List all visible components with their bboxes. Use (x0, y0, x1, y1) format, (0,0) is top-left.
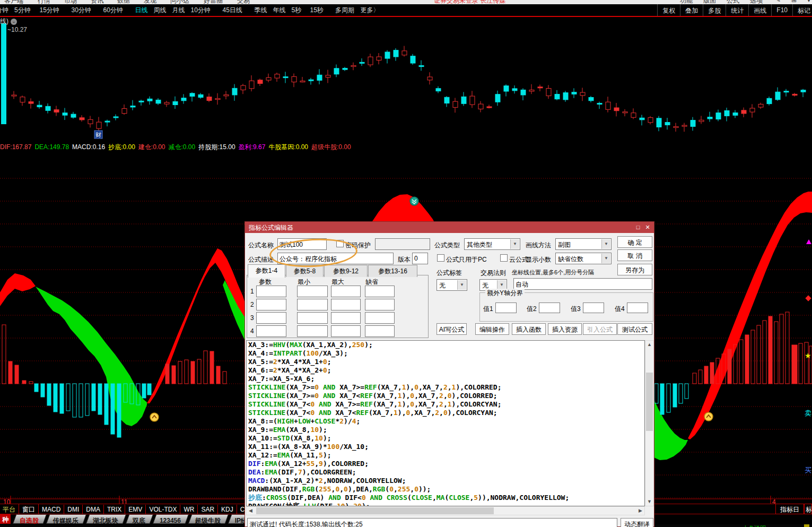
maximize-icon[interactable]: □ (634, 223, 642, 231)
pencil-icon[interactable]: ✎ (775, 0, 781, 4)
formula-code-editor[interactable]: XA_3:=HHV(MAX(XA_1,XA_2),250);XA_4:=INTP… (246, 340, 645, 506)
param-input-r2c4[interactable] (365, 299, 395, 310)
period-分钟[interactable]: 分钟 (0, 6, 8, 15)
group-prefix-badge[interactable]: 种 (0, 514, 11, 524)
param-input-r1c2[interactable] (297, 286, 328, 297)
param-tab-1[interactable]: 参数1-4 (248, 264, 285, 278)
indicator-mark-button[interactable]: 标记 (804, 504, 812, 514)
menu-item[interactable]: 交易 (237, 0, 250, 4)
param-input-r2c1[interactable] (256, 299, 286, 310)
period-5秒[interactable]: 5秒 (292, 6, 302, 15)
menu-item[interactable]: 数据 (117, 0, 130, 4)
tool-button-插入资源[interactable]: 插入资源 (548, 323, 582, 335)
group-tab-双底[interactable]: 双底 (126, 514, 154, 524)
scroll-up-icon[interactable]: ▲ (645, 341, 653, 349)
scroll-down-icon[interactable]: ▼ (645, 498, 653, 506)
tool-button-AI写公式[interactable]: AI写公式 (436, 323, 467, 335)
tool-标记[interactable]: 标记 (792, 4, 812, 16)
param-input-r4c3[interactable] (331, 325, 361, 337)
param-input-r3c1[interactable] (256, 312, 286, 324)
indicator-tab-DMI[interactable]: DMI (64, 505, 83, 514)
menu-item[interactable]: 选项 (750, 0, 763, 4)
period-更多〉[interactable]: 更多〉 (361, 6, 380, 15)
pc-only-checkbox[interactable] (437, 254, 444, 262)
param-input-r1c1[interactable] (256, 286, 286, 297)
indicator-tab-SAR[interactable]: SAR (197, 505, 218, 514)
dialog-titlebar[interactable]: 指标公式编辑器 □ ✕ (245, 222, 654, 233)
indicator-tab-WR[interactable]: WR (180, 505, 198, 514)
param-input-r4c1[interactable] (256, 325, 286, 337)
period-5分钟[interactable]: 5分钟 (14, 6, 31, 15)
vertical-scrollbar[interactable]: ▲ ▼ (645, 340, 654, 506)
indicator-tab-KDJ[interactable]: KDJ (217, 505, 237, 514)
tool-画线[interactable]: 画线 (748, 4, 771, 16)
chevron-down-icon[interactable]: ▼ (510, 239, 519, 249)
param-input-r4c2[interactable] (297, 325, 328, 337)
hscroll-thumb[interactable] (256, 507, 494, 514)
dynamic-translate-button[interactable]: 动态翻译 (621, 518, 653, 527)
chevron-down-icon[interactable]: ▼ (457, 280, 466, 290)
period-15秒[interactable]: 15秒 (310, 6, 324, 15)
cancel-button[interactable]: 取 消 (617, 249, 652, 261)
menu-item[interactable]: 问小达 (170, 0, 189, 4)
period-60分钟[interactable]: 60分钟 (103, 6, 123, 15)
menu-item[interactable]: 功能 (680, 0, 693, 4)
indicator-tab-TRIX[interactable]: TRIX (103, 505, 125, 514)
draw-method-select[interactable]: 副图▼ (555, 238, 612, 250)
menu-item[interactable]: 公式 (727, 0, 739, 4)
save-as-button[interactable]: 另存为 (617, 264, 652, 275)
chevron-down-icon[interactable]: ▼ (601, 254, 610, 263)
period-日线[interactable]: 日线 (135, 6, 148, 15)
coord-line-input[interactable]: 自动 (513, 278, 652, 290)
period-季线[interactable]: 季线 (255, 6, 267, 15)
menu-item[interactable]: 市场 (64, 0, 77, 4)
param-input-r1c3[interactable] (331, 286, 361, 297)
group-tab-超级牛股[interactable]: 超级牛股 (188, 514, 229, 524)
tool-button-编辑操作[interactable]: 编辑操作 (475, 323, 509, 335)
tool-button-引入公式[interactable]: 引入公式 (583, 323, 617, 335)
menu-item[interactable]: 客户端 (4, 0, 23, 4)
param-input-r2c3[interactable] (331, 299, 361, 310)
param-input-r4c4[interactable] (365, 325, 395, 337)
group-tab-自选股[interactable]: 自选股 (13, 514, 47, 524)
group-tab-123456[interactable]: 123456 (153, 514, 189, 524)
menu-item[interactable]: 好雷圈 (204, 0, 223, 4)
formula-name-input[interactable]: 测试100 (277, 238, 327, 250)
period-15分钟[interactable]: 15分钟 (40, 6, 59, 15)
close-icon[interactable]: ✕ (643, 223, 652, 231)
version-input[interactable]: 0 (412, 253, 428, 264)
ok-button[interactable]: 确 定 (617, 236, 652, 248)
param-input-r2c2[interactable] (297, 299, 328, 310)
yaxis-value-input[interactable] (583, 303, 604, 313)
formula-desc-input[interactable]: 公众号：程序化指标 (277, 253, 394, 264)
vscroll-thumb[interactable] (646, 373, 653, 431)
param-tab-2[interactable]: 参数5-8 (286, 265, 324, 277)
indicator-tab-DMA[interactable]: DMA (82, 505, 104, 514)
yaxis-value-input[interactable] (627, 303, 648, 313)
menu-item[interactable]: 发现 (144, 0, 156, 4)
period-10分钟[interactable]: 10分钟 (191, 6, 211, 15)
param-input-r3c2[interactable] (297, 312, 328, 324)
menu-item[interactable]: 资讯 (91, 0, 103, 4)
yaxis-value-input[interactable] (495, 303, 517, 313)
decimal-select[interactable]: 缺省位数▼ (555, 253, 612, 264)
period-多周期[interactable]: 多周期 (335, 6, 354, 15)
menu-item[interactable]: 版面 (703, 0, 716, 4)
menubar[interactable]: 客户端行情市场资讯数据发现问小达好雷圈交易证券交易未登录 长江传媒功能版面公式选… (0, 0, 812, 4)
indicator-tab-MACD[interactable]: MACD (38, 505, 64, 514)
param-tab-3[interactable]: 参数9-12 (324, 265, 368, 277)
formula-tag-select[interactable]: 无▼ (436, 279, 467, 291)
tool-button-插入函数[interactable]: 插入函数 (512, 323, 546, 335)
scroll-left-icon[interactable]: ◀ (247, 507, 255, 515)
period-月线[interactable]: 月线 (172, 6, 185, 15)
formula-type-select[interactable]: 其他类型▼ (464, 238, 520, 250)
cloud-checkbox[interactable] (500, 254, 508, 262)
param-input-r1c4[interactable] (365, 286, 395, 297)
period-年线[interactable]: 年线 (273, 6, 286, 15)
menu-item[interactable]: 行情 (38, 0, 50, 4)
period-周线[interactable]: 周线 (154, 6, 167, 15)
indicator-day-button[interactable]: 指标日 (775, 504, 804, 514)
indicator-tab-窗口[interactable]: 窗口 (19, 504, 39, 514)
chevron-down-icon[interactable]: ▼ (601, 239, 610, 249)
minimize-icon[interactable]: ▾ (807, 0, 810, 4)
